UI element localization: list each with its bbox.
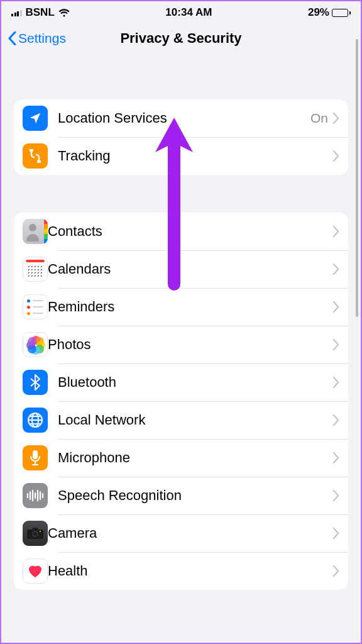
svg-point-8 (40, 531, 41, 532)
row-label: Camera (48, 525, 333, 541)
photos-icon (23, 332, 48, 357)
row-location-services[interactable]: Location Services On (14, 99, 348, 137)
row-label: Health (48, 563, 333, 579)
chevron-right-icon (333, 113, 339, 124)
back-label: Settings (18, 31, 66, 46)
carrier-label: BSNL (26, 6, 55, 19)
chevron-right-icon (333, 528, 339, 539)
back-button[interactable]: Settings (8, 31, 66, 46)
chevron-right-icon (333, 339, 339, 350)
settings-group-location: Location Services On Tracking (14, 99, 348, 175)
contacts-icon (23, 219, 48, 244)
svg-rect-1 (37, 160, 41, 163)
row-label: Speech Recognition (58, 487, 333, 504)
row-label: Microphone (58, 450, 333, 466)
row-label: Location Services (58, 110, 310, 126)
row-tracking[interactable]: Tracking (14, 137, 348, 175)
row-label: Local Network (58, 412, 333, 428)
row-bluetooth[interactable]: Bluetooth (14, 364, 348, 401)
battery-percent: 29% (308, 6, 329, 19)
row-label: Tracking (58, 148, 333, 164)
svg-point-7 (33, 532, 37, 536)
row-label: Reminders (48, 299, 333, 315)
waveform-icon (23, 483, 48, 508)
row-calendars[interactable]: Calendars (14, 250, 348, 288)
chevron-left-icon (8, 31, 17, 45)
battery-icon (332, 9, 351, 17)
row-label: Contacts (48, 223, 333, 240)
status-left: BSNL (11, 6, 70, 19)
svg-rect-4 (33, 450, 38, 459)
row-reminders[interactable]: Reminders (14, 288, 348, 326)
tracking-icon (23, 143, 48, 169)
row-label: Photos (48, 336, 333, 353)
chevron-right-icon (333, 565, 339, 577)
row-local-network[interactable]: Local Network (14, 401, 348, 439)
settings-group-apps: Contacts Calendars Reminders (14, 213, 348, 590)
scroll-indicator[interactable] (356, 39, 358, 317)
row-speech-recognition[interactable]: Speech Recognition (14, 477, 348, 514)
row-camera[interactable]: Camera (14, 514, 348, 552)
row-health[interactable]: Health (14, 552, 348, 590)
chevron-right-icon (333, 490, 339, 501)
row-microphone[interactable]: Microphone (14, 439, 348, 477)
row-value: On (310, 111, 328, 126)
chevron-right-icon (333, 414, 339, 426)
status-right: 29% (308, 6, 351, 19)
chevron-right-icon (333, 264, 339, 275)
wifi-icon (58, 9, 70, 17)
nav-header: Settings Privacy & Security (1, 21, 361, 55)
chevron-right-icon (333, 150, 339, 162)
health-heart-icon (23, 558, 48, 584)
chevron-right-icon (333, 377, 339, 388)
bluetooth-icon (23, 370, 48, 395)
row-contacts[interactable]: Contacts (14, 213, 348, 250)
svg-rect-0 (30, 149, 33, 152)
row-label: Bluetooth (58, 374, 333, 391)
calendar-icon (23, 257, 48, 282)
row-photos[interactable]: Photos (14, 326, 348, 364)
location-arrow-icon (23, 106, 48, 131)
chevron-right-icon (333, 301, 339, 313)
chevron-right-icon (333, 226, 339, 237)
status-bar: BSNL 10:34 AM 29% (1, 1, 361, 21)
camera-icon (23, 521, 48, 546)
globe-icon (23, 408, 48, 433)
chevron-right-icon (333, 452, 339, 464)
status-time: 10:34 AM (165, 6, 212, 19)
cellular-bars-icon (11, 9, 22, 16)
microphone-icon (23, 445, 48, 470)
row-label: Calendars (48, 261, 333, 277)
reminders-icon (23, 294, 48, 319)
